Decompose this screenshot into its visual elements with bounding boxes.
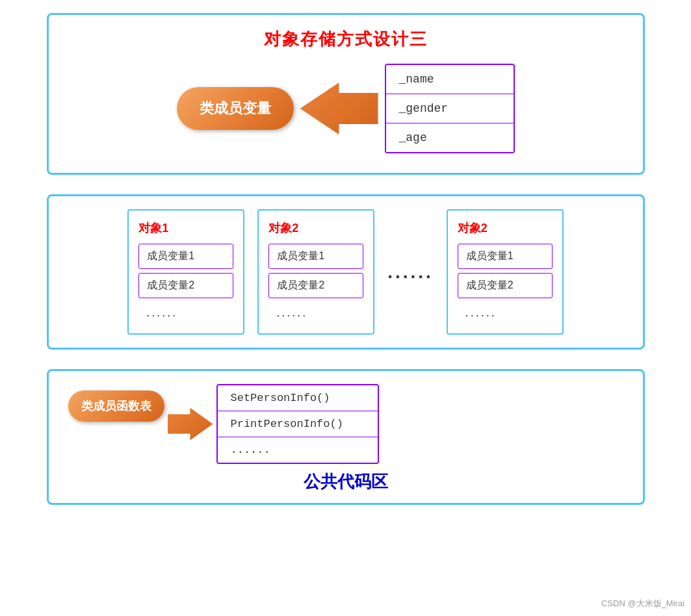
middle-section: 对象1 成员变量1 成员变量2 ...... 对象2 成员变量1 成员变量2 .… — [47, 194, 645, 350]
objects-row: 对象1 成员变量1 成员变量2 ...... 对象2 成员变量1 成员变量2 .… — [68, 209, 623, 335]
left-arrow-icon — [300, 83, 378, 135]
class-member-variable-pill: 类成员变量 — [177, 87, 294, 130]
top-section: 对象存储方式设计三 类成员变量 _name _gender _age — [47, 13, 645, 175]
object-1-title: 对象1 — [138, 220, 233, 236]
object-3-title: 对象2 — [458, 220, 553, 236]
between-objects-dots: ...... — [387, 262, 434, 283]
object-1-member-2: 成员变量2 — [138, 273, 233, 298]
bottom-section: 类成员函数表 SetPersonInfo() PrintPersonInfo()… — [47, 369, 645, 505]
object-box-2: 对象2 成员变量1 成员变量2 ...... — [257, 209, 374, 335]
object-1-dots: ...... — [138, 302, 233, 324]
functions-box: SetPersonInfo() PrintPersonInfo() ...... — [216, 384, 379, 464]
function-set: SetPersonInfo() — [218, 385, 378, 411]
object-2-member-2: 成员变量2 — [268, 273, 363, 298]
object-1-member-1: 成员变量1 — [138, 244, 233, 269]
object-box-1: 对象1 成员变量1 成员变量2 ...... — [127, 209, 244, 335]
object-box-3: 对象2 成员变量1 成员变量2 ...... — [447, 209, 564, 335]
object-3-dots: ...... — [458, 302, 553, 324]
right-arrow-icon — [168, 408, 213, 441]
class-member-function-pill: 类成员函数表 — [68, 391, 164, 422]
top-content: 类成员变量 _name _gender _age — [68, 64, 623, 153]
bottom-content: 类成员函数表 SetPersonInfo() PrintPersonInfo()… — [68, 384, 623, 464]
object-2-dots: ...... — [268, 302, 363, 324]
field-gender: _gender — [386, 94, 514, 123]
object-2-member-1: 成员变量1 — [268, 244, 363, 269]
fields-box: _name _gender _age — [385, 64, 515, 153]
watermark: CSDN @大米饭_Mirai — [601, 598, 684, 610]
object-3-member-2: 成员变量2 — [458, 273, 553, 298]
arrow-container — [300, 83, 378, 135]
public-code-title: 公共代码区 — [68, 470, 623, 493]
object-2-title: 对象2 — [268, 220, 363, 236]
field-age: _age — [386, 123, 514, 152]
top-section-title: 对象存储方式设计三 — [68, 28, 623, 51]
object-3-member-1: 成员变量1 — [458, 244, 553, 269]
function-print: PrintPersonInfo() — [218, 411, 378, 437]
function-dots: ...... — [218, 437, 378, 463]
field-name: _name — [386, 65, 514, 94]
